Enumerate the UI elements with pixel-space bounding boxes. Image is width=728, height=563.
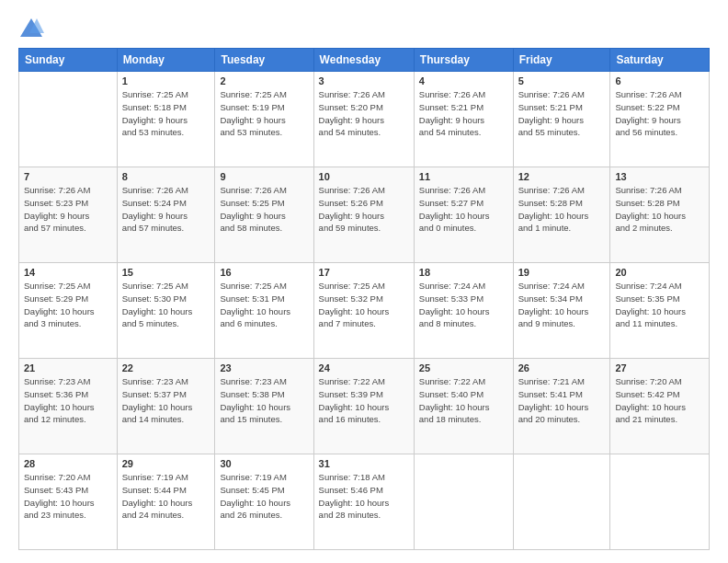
day-number: 5: [518, 75, 606, 86]
day-info: Sunrise: 7:26 AMSunset: 5:24 PMDaylight:…: [122, 184, 210, 235]
logo-icon: [18, 17, 44, 39]
day-info: Sunrise: 7:23 AMSunset: 5:36 PMDaylight:…: [24, 375, 112, 426]
day-info: Sunrise: 7:25 AMSunset: 5:32 PMDaylight:…: [319, 280, 409, 330]
calendar-week-row: 7Sunrise: 7:26 AMSunset: 5:23 PMDaylight…: [19, 167, 710, 263]
day-info: Sunrise: 7:26 AMSunset: 5:21 PMDaylight:…: [518, 88, 606, 139]
calendar-cell: [610, 454, 710, 550]
day-number: 19: [518, 267, 606, 278]
day-info: Sunrise: 7:20 AMSunset: 5:42 PMDaylight:…: [615, 375, 704, 426]
calendar-cell: 26Sunrise: 7:21 AMSunset: 5:41 PMDayligh…: [513, 359, 610, 454]
day-number: 11: [419, 171, 508, 182]
day-info: Sunrise: 7:26 AMSunset: 5:22 PMDaylight:…: [615, 88, 704, 139]
day-number: 21: [24, 362, 112, 373]
calendar-cell: 19Sunrise: 7:24 AMSunset: 5:34 PMDayligh…: [513, 263, 610, 359]
calendar-cell: 25Sunrise: 7:22 AMSunset: 5:40 PMDayligh…: [414, 359, 513, 454]
weekday-header-row: SundayMondayTuesdayWednesdayThursdayFrid…: [19, 49, 710, 72]
calendar-cell: 6Sunrise: 7:26 AMSunset: 5:22 PMDaylight…: [610, 72, 710, 167]
calendar-cell: 12Sunrise: 7:26 AMSunset: 5:28 PMDayligh…: [513, 167, 610, 263]
calendar-cell: 15Sunrise: 7:25 AMSunset: 5:30 PMDayligh…: [117, 263, 215, 359]
calendar-cell: 9Sunrise: 7:26 AMSunset: 5:25 PMDaylight…: [215, 167, 313, 263]
day-info: Sunrise: 7:19 AMSunset: 5:45 PMDaylight:…: [220, 471, 308, 522]
calendar-cell: 21Sunrise: 7:23 AMSunset: 5:36 PMDayligh…: [19, 359, 118, 454]
day-info: Sunrise: 7:26 AMSunset: 5:28 PMDaylight:…: [615, 184, 704, 235]
day-number: 27: [615, 362, 704, 373]
day-info: Sunrise: 7:25 AMSunset: 5:18 PMDaylight:…: [122, 88, 210, 139]
calendar-cell: 24Sunrise: 7:22 AMSunset: 5:39 PMDayligh…: [313, 359, 414, 454]
calendar-week-row: 1Sunrise: 7:25 AMSunset: 5:18 PMDaylight…: [19, 72, 710, 167]
day-number: 16: [220, 267, 308, 278]
day-number: 26: [518, 362, 606, 373]
day-info: Sunrise: 7:25 AMSunset: 5:30 PMDaylight:…: [122, 280, 210, 330]
day-number: 24: [319, 362, 409, 373]
day-info: Sunrise: 7:26 AMSunset: 5:27 PMDaylight:…: [419, 184, 508, 235]
calendar-table: SundayMondayTuesdayWednesdayThursdayFrid…: [18, 48, 710, 550]
day-info: Sunrise: 7:21 AMSunset: 5:41 PMDaylight:…: [518, 375, 606, 426]
day-number: 29: [122, 458, 210, 469]
calendar-week-row: 28Sunrise: 7:20 AMSunset: 5:43 PMDayligh…: [19, 454, 710, 550]
page: SundayMondayTuesdayWednesdayThursdayFrid…: [0, 0, 728, 563]
calendar-cell: 27Sunrise: 7:20 AMSunset: 5:42 PMDayligh…: [610, 359, 710, 454]
calendar-cell: 18Sunrise: 7:24 AMSunset: 5:33 PMDayligh…: [414, 263, 513, 359]
calendar-cell: 5Sunrise: 7:26 AMSunset: 5:21 PMDaylight…: [513, 72, 610, 167]
weekday-header-monday: Monday: [117, 49, 215, 72]
day-info: Sunrise: 7:22 AMSunset: 5:40 PMDaylight:…: [419, 375, 508, 426]
calendar-cell: 7Sunrise: 7:26 AMSunset: 5:23 PMDaylight…: [19, 167, 118, 263]
weekday-header-tuesday: Tuesday: [215, 49, 313, 72]
calendar-week-row: 21Sunrise: 7:23 AMSunset: 5:36 PMDayligh…: [19, 359, 710, 454]
day-info: Sunrise: 7:26 AMSunset: 5:23 PMDaylight:…: [24, 184, 112, 235]
day-number: 9: [220, 171, 308, 182]
weekday-header-saturday: Saturday: [610, 49, 710, 72]
day-number: 10: [319, 171, 409, 182]
day-info: Sunrise: 7:25 AMSunset: 5:19 PMDaylight:…: [220, 88, 308, 139]
day-info: Sunrise: 7:26 AMSunset: 5:26 PMDaylight:…: [319, 184, 409, 235]
day-number: 13: [615, 171, 704, 182]
calendar-cell: 30Sunrise: 7:19 AMSunset: 5:45 PMDayligh…: [215, 454, 313, 550]
day-number: 28: [24, 458, 112, 469]
day-info: Sunrise: 7:25 AMSunset: 5:31 PMDaylight:…: [220, 280, 308, 330]
calendar-cell: 4Sunrise: 7:26 AMSunset: 5:21 PMDaylight…: [414, 72, 513, 167]
day-number: 15: [122, 267, 210, 278]
calendar-cell: 8Sunrise: 7:26 AMSunset: 5:24 PMDaylight…: [117, 167, 215, 263]
day-number: 20: [615, 267, 704, 278]
calendar-cell: [19, 72, 118, 167]
day-info: Sunrise: 7:24 AMSunset: 5:35 PMDaylight:…: [615, 280, 704, 330]
day-number: 7: [24, 171, 112, 182]
day-number: 3: [319, 75, 409, 86]
logo: [18, 17, 48, 39]
day-number: 4: [419, 75, 508, 86]
calendar-cell: 29Sunrise: 7:19 AMSunset: 5:44 PMDayligh…: [117, 454, 215, 550]
day-number: 14: [24, 267, 112, 278]
day-number: 2: [220, 75, 308, 86]
calendar-week-row: 14Sunrise: 7:25 AMSunset: 5:29 PMDayligh…: [19, 263, 710, 359]
header: [18, 17, 710, 39]
day-info: Sunrise: 7:22 AMSunset: 5:39 PMDaylight:…: [319, 375, 409, 426]
day-info: Sunrise: 7:23 AMSunset: 5:37 PMDaylight:…: [122, 375, 210, 426]
calendar-cell: 14Sunrise: 7:25 AMSunset: 5:29 PMDayligh…: [19, 263, 118, 359]
calendar-cell: 31Sunrise: 7:18 AMSunset: 5:46 PMDayligh…: [313, 454, 414, 550]
day-number: 22: [122, 362, 210, 373]
calendar-cell: 10Sunrise: 7:26 AMSunset: 5:26 PMDayligh…: [313, 167, 414, 263]
day-info: Sunrise: 7:23 AMSunset: 5:38 PMDaylight:…: [220, 375, 308, 426]
calendar-cell: 1Sunrise: 7:25 AMSunset: 5:18 PMDaylight…: [117, 72, 215, 167]
calendar-cell: 28Sunrise: 7:20 AMSunset: 5:43 PMDayligh…: [19, 454, 118, 550]
day-number: 8: [122, 171, 210, 182]
day-info: Sunrise: 7:20 AMSunset: 5:43 PMDaylight:…: [24, 471, 112, 522]
day-info: Sunrise: 7:26 AMSunset: 5:28 PMDaylight:…: [518, 184, 606, 235]
day-info: Sunrise: 7:18 AMSunset: 5:46 PMDaylight:…: [319, 471, 409, 522]
weekday-header-wednesday: Wednesday: [313, 49, 414, 72]
calendar-cell: [414, 454, 513, 550]
day-number: 1: [122, 75, 210, 86]
calendar-cell: 22Sunrise: 7:23 AMSunset: 5:37 PMDayligh…: [117, 359, 215, 454]
day-number: 31: [319, 458, 409, 469]
day-info: Sunrise: 7:25 AMSunset: 5:29 PMDaylight:…: [24, 280, 112, 330]
day-number: 17: [319, 267, 409, 278]
day-number: 30: [220, 458, 308, 469]
day-info: Sunrise: 7:26 AMSunset: 5:20 PMDaylight:…: [319, 88, 409, 139]
day-info: Sunrise: 7:26 AMSunset: 5:25 PMDaylight:…: [220, 184, 308, 235]
day-info: Sunrise: 7:24 AMSunset: 5:34 PMDaylight:…: [518, 280, 606, 330]
day-info: Sunrise: 7:24 AMSunset: 5:33 PMDaylight:…: [419, 280, 508, 330]
weekday-header-sunday: Sunday: [19, 49, 118, 72]
calendar-cell: 17Sunrise: 7:25 AMSunset: 5:32 PMDayligh…: [313, 263, 414, 359]
day-number: 6: [615, 75, 704, 86]
day-number: 12: [518, 171, 606, 182]
